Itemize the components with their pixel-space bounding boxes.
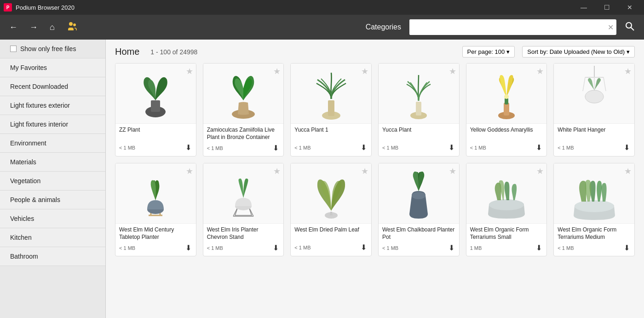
sidebar-label-light-fixtures-interior: Light fixtures interior — [10, 121, 68, 128]
per-page-label: Per page: 100 — [467, 48, 505, 55]
download-button[interactable]: ⬇ — [184, 142, 192, 153]
card-westElm2[interactable]: ★ West Elm Iris Planter Chevron Stand < … — [203, 163, 284, 256]
card-info: Yellow Goddess Amaryllis < 1 MB ⬇ — [466, 123, 547, 156]
sidebar-item-environment[interactable]: Environment — [0, 134, 105, 153]
card-yucca1[interactable]: ★ Yucca Plant 1 < 1 MB ⬇ — [290, 63, 372, 156]
card-info: West Elm Dried Palm Leaf < 1 MB ⬇ — [291, 223, 371, 255]
favorite-star-icon[interactable]: ★ — [361, 166, 368, 176]
sidebar-item-people-animals[interactable]: People & animals — [0, 191, 105, 209]
card-westElm1[interactable]: ★ West Elm Mid Century Tabletop Planter … — [115, 163, 196, 256]
sidebar-item-light-fixtures-interior[interactable]: Light fixtures interior — [0, 115, 105, 134]
sidebar-item-free-files[interactable]: Show only free files — [0, 40, 105, 58]
file-size: < 1 MB — [558, 245, 574, 251]
card-info: White Plant Hanger < 1 MB ⬇ — [554, 123, 634, 156]
file-size: < 1 MB — [207, 245, 223, 251]
app-icon: P — [4, 3, 12, 12]
card-image: ★ — [203, 64, 284, 123]
card-yucca2[interactable]: ★ Yucca Plant < 1 MB ⬇ — [378, 63, 460, 156]
card-terrarium1[interactable]: ★ West Elm Organic Form Terrariums Small… — [466, 163, 547, 256]
card-info: West Elm Chalkboard Planter Pot < 1 MB ⬇ — [379, 223, 459, 256]
svg-point-1 — [73, 23, 76, 26]
svg-line-3 — [631, 27, 634, 30]
maximize-button[interactable]: ☐ — [596, 0, 617, 15]
favorite-star-icon[interactable]: ★ — [449, 66, 456, 76]
users-button[interactable] — [63, 19, 81, 36]
back-button[interactable]: ← — [6, 21, 21, 34]
download-button[interactable]: ⬇ — [448, 142, 455, 153]
favorite-star-icon[interactable]: ★ — [624, 166, 632, 176]
sidebar-label-recent-downloaded: Recent Downloaded — [10, 83, 68, 90]
per-page-button[interactable]: Per page: 100 ▾ — [462, 46, 515, 58]
search-clear-button[interactable]: ✕ — [605, 23, 616, 32]
card-info: West Elm Iris Planter Chevron Stand < 1 … — [203, 223, 284, 256]
sidebar-item-vehicles[interactable]: Vehicles — [0, 209, 105, 228]
favorite-star-icon[interactable]: ★ — [273, 66, 281, 76]
download-button[interactable]: ⬇ — [623, 243, 631, 253]
download-button[interactable]: ⬇ — [535, 243, 543, 253]
card-zamioculcas[interactable]: ★ Zamioculcas Zamiifolia Live Plant in B… — [203, 63, 284, 156]
search-input[interactable] — [409, 19, 605, 35]
card-zz-plant[interactable]: ★ ZZ Plant < 1 MB ⬇ — [115, 63, 196, 156]
download-button[interactable]: ⬇ — [272, 243, 280, 253]
svg-point-2 — [626, 23, 632, 28]
title-bar: P Podium Browser 2020 — ☐ ✕ — [0, 0, 644, 15]
sort-by-button[interactable]: Sort by: Date Uploaded (New to Old) ▾ — [522, 46, 635, 58]
home-button[interactable]: ⌂ — [46, 21, 58, 34]
layout: Show only free files My Favorites Recent… — [0, 40, 644, 318]
sidebar-item-kitchen[interactable]: Kitchen — [0, 228, 105, 247]
sidebar-item-recent-downloaded[interactable]: Recent Downloaded — [0, 77, 105, 96]
favorite-star-icon[interactable]: ★ — [361, 66, 368, 76]
sidebar-item-my-favorites[interactable]: My Favorites — [0, 58, 105, 77]
search-submit-button[interactable] — [621, 19, 638, 35]
card-image: ★ — [554, 64, 634, 123]
close-button[interactable]: ✕ — [619, 0, 640, 15]
svg-point-0 — [69, 22, 73, 26]
download-button[interactable]: ⬇ — [448, 243, 455, 253]
download-button[interactable]: ⬇ — [272, 143, 280, 153]
per-page-chevron-icon: ▾ — [506, 48, 510, 55]
sidebar-item-bathroom[interactable]: Bathroom — [0, 247, 105, 266]
card-image: ★ — [466, 163, 547, 223]
card-hanger[interactable]: ★ White Plant Hanger < 1 MB ⬇ — [553, 63, 635, 156]
card-image: ★ — [115, 64, 196, 123]
card-name: Yellow Goddess Amaryllis — [470, 127, 543, 140]
file-size: < 1 MB — [470, 145, 486, 150]
card-chalkboard[interactable]: ★ West Elm Chalkboard Planter Pot < 1 MB… — [378, 163, 460, 256]
card-name: Yucca Plant — [382, 127, 455, 140]
card-name: Yucca Plant 1 — [294, 127, 368, 140]
sidebar-label-my-favorites: My Favorites — [10, 64, 47, 71]
download-button[interactable]: ⬇ — [623, 142, 631, 153]
free-files-checkbox[interactable] — [10, 46, 17, 52]
card-footer: < 1 MB ⬇ — [470, 142, 543, 153]
download-button[interactable]: ⬇ — [360, 142, 368, 153]
file-size: 1 MB — [470, 245, 482, 251]
favorite-star-icon[interactable]: ★ — [449, 166, 456, 176]
forward-button[interactable]: → — [26, 21, 41, 34]
sidebar-item-materials[interactable]: Materials — [0, 153, 105, 172]
file-size: < 1 MB — [382, 145, 398, 150]
favorite-star-icon[interactable]: ★ — [273, 166, 281, 176]
window-controls[interactable]: — ☐ ✕ — [573, 0, 640, 15]
sidebar-item-vegetation[interactable]: Vegetation — [0, 172, 105, 191]
card-image: ★ — [203, 163, 284, 223]
file-size: < 1 MB — [294, 145, 310, 150]
download-button[interactable]: ⬇ — [184, 243, 192, 253]
favorite-star-icon[interactable]: ★ — [186, 166, 193, 176]
download-button[interactable]: ⬇ — [360, 242, 368, 253]
sidebar-item-light-fixtures-exterior[interactable]: Light fixtures exterior — [0, 96, 105, 115]
sidebar-label-people-animals: People & animals — [10, 196, 60, 203]
favorite-star-icon[interactable]: ★ — [536, 166, 544, 176]
card-amaryllis[interactable]: ★ Yellow Goddess Amaryllis < 1 MB ⬇ — [466, 63, 547, 156]
card-terrarium2[interactable]: ★ West Elm Organic Form Terrariums Mediu… — [553, 163, 635, 256]
card-image: ★ — [115, 163, 196, 223]
card-footer: < 1 MB ⬇ — [294, 142, 368, 153]
card-info: ZZ Plant < 1 MB ⬇ — [115, 123, 196, 156]
download-button[interactable]: ⬇ — [535, 142, 543, 153]
favorite-star-icon[interactable]: ★ — [536, 66, 544, 76]
card-palm-leaf[interactable]: ★ West Elm Dried Palm Leaf < 1 MB ⬇ — [290, 163, 372, 256]
favorite-star-icon[interactable]: ★ — [186, 66, 193, 76]
file-size: < 1 MB — [119, 245, 135, 251]
favorite-star-icon[interactable]: ★ — [624, 66, 632, 76]
minimize-button[interactable]: — — [573, 0, 594, 15]
product-grid: ★ ZZ Plant < 1 MB ⬇ ★ Zamioculcas Zam — [115, 63, 635, 256]
